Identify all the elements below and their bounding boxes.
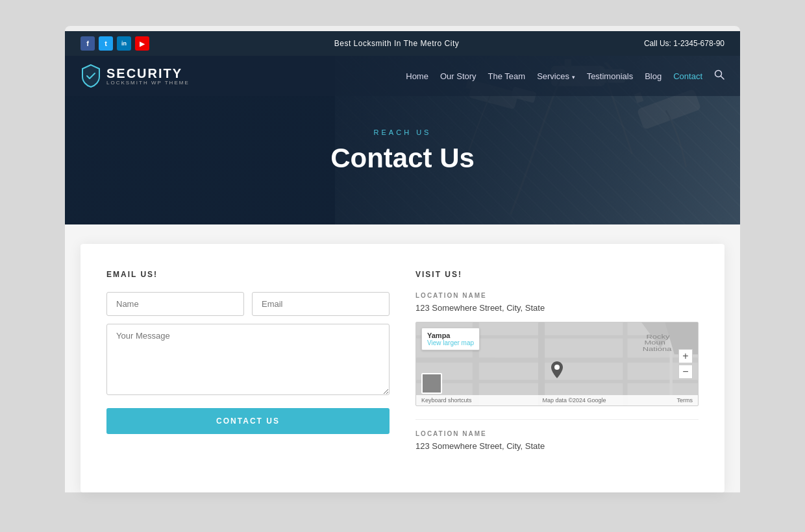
- map-town: Yampa: [427, 332, 474, 339]
- content-section: EMAIL US! CONTACT US VISIT US! LOCATION …: [80, 244, 724, 492]
- message-textarea[interactable]: [106, 324, 390, 395]
- map-terms: Terms: [677, 397, 693, 404]
- location2-address: 123 Somewhere Street, City, State: [415, 441, 699, 451]
- name-input[interactable]: [106, 292, 244, 316]
- hero-title: Contact Us: [65, 143, 740, 174]
- twitter-icon[interactable]: t: [99, 36, 113, 51]
- email-input[interactable]: [252, 292, 390, 316]
- youtube-icon[interactable]: ▶: [135, 36, 149, 51]
- logo-subtitle: LOCKSMITH WP THEME: [106, 80, 190, 86]
- phone-number: Call Us: 1-2345-678-90: [644, 39, 724, 48]
- nav-links: Home Our Story The Team Services ▾ Testi…: [406, 69, 724, 82]
- map-larger-link[interactable]: View larger map: [427, 339, 474, 346]
- search-icon[interactable]: [714, 71, 724, 82]
- map-zoom-out[interactable]: −: [678, 365, 693, 379]
- nav-our-story[interactable]: Our Story: [440, 71, 477, 81]
- logo-text: SECURITY: [106, 66, 190, 81]
- visit-section: VISIT US! LOCATION NAME 123 Somewhere St…: [415, 270, 699, 460]
- hero-section: SECURITY LOCKSMITH WP THEME Home Our Sto…: [65, 56, 740, 224]
- page-wrapper: f t in ▶ Best Locksmith In The Metro Cit…: [65, 0, 740, 518]
- map-label-box: Yampa View larger map: [421, 328, 480, 350]
- tagline: Best Locksmith In The Metro City: [334, 39, 460, 48]
- form-heading: EMAIL US!: [106, 270, 390, 279]
- nav-testimonials[interactable]: Testimonials: [587, 71, 634, 81]
- location1-address: 123 Somewhere Street, City, State: [415, 303, 699, 313]
- map-data-label: Map data ©2024 Google: [542, 397, 606, 404]
- svg-point-24: [554, 365, 560, 370]
- social-icons: f t in ▶: [80, 36, 149, 51]
- navigation: SECURITY LOCKSMITH WP THEME Home Our Sto…: [65, 56, 740, 96]
- svg-text:Nationa: Nationa: [643, 346, 673, 352]
- map-thumbnail: [421, 373, 442, 394]
- svg-rect-16: [538, 322, 545, 405]
- svg-text:Moun: Moun: [645, 340, 666, 346]
- visit-heading: VISIT US!: [415, 270, 699, 279]
- keyboard-shortcuts: Keyboard shortcuts: [421, 397, 472, 404]
- form-name-email-row: [106, 292, 390, 316]
- map-zoom-in[interactable]: +: [678, 349, 693, 363]
- map-inner: Rocky Moun Nationa Yampa View larger map: [416, 322, 698, 405]
- svg-text:Rocky: Rocky: [646, 333, 670, 340]
- svg-rect-13: [416, 380, 698, 383]
- nav-contact[interactable]: Contact: [673, 71, 702, 81]
- map-bottom-bar: Keyboard shortcuts Map data ©2024 Google…: [416, 395, 698, 405]
- svg-rect-17: [623, 322, 627, 405]
- map-controls: + −: [678, 349, 693, 379]
- map-pin: [551, 361, 564, 380]
- hero-subtitle: REACH US: [65, 128, 740, 136]
- map-1: Rocky Moun Nationa Yampa View larger map: [415, 322, 699, 406]
- logo[interactable]: SECURITY LOCKSMITH WP THEME: [80, 64, 190, 88]
- location1-label: LOCATION NAME: [415, 292, 699, 299]
- nav-home[interactable]: Home: [406, 71, 428, 81]
- linkedin-icon[interactable]: in: [117, 36, 131, 51]
- top-bar: f t in ▶ Best Locksmith In The Metro Cit…: [65, 31, 740, 56]
- svg-line-10: [721, 77, 724, 80]
- submit-button[interactable]: CONTACT US: [106, 408, 390, 434]
- nav-blog[interactable]: Blog: [645, 71, 662, 81]
- facebook-icon[interactable]: f: [80, 36, 95, 51]
- shield-icon: [80, 64, 101, 88]
- nav-services[interactable]: Services ▾: [537, 71, 575, 81]
- nav-the-team[interactable]: The Team: [488, 71, 526, 81]
- hero-content: REACH US Contact Us: [65, 96, 740, 213]
- location2-label: LOCATION NAME: [415, 430, 699, 437]
- contact-form-section: EMAIL US! CONTACT US: [106, 270, 390, 460]
